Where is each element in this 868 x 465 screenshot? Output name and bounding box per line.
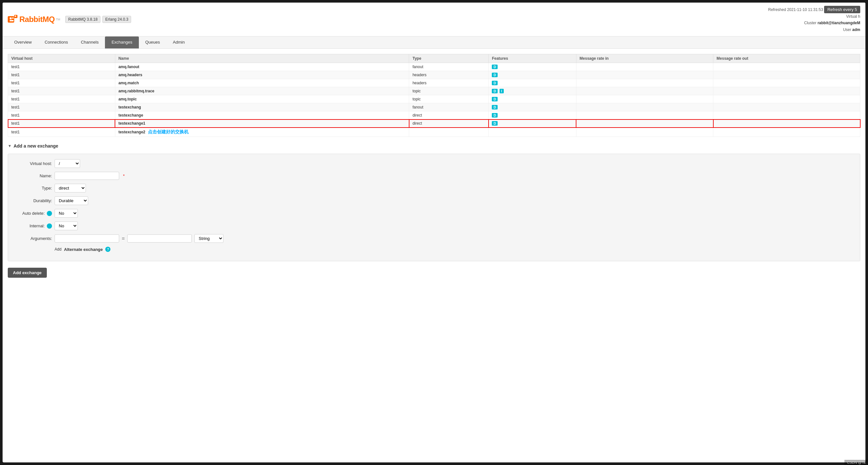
table-row[interactable]: test1testexchange2点击创建好的交换机 — [8, 128, 860, 137]
name-row: Name: * — [13, 172, 855, 180]
cell-rate-out — [713, 87, 860, 95]
refresh-button[interactable]: Refresh every 5 — [824, 6, 860, 13]
footer-text: CSDN @Ta — [847, 461, 865, 464]
cell-rate-out — [713, 63, 860, 71]
cell-vhost: test1 — [8, 120, 115, 128]
refreshed-timestamp: Refreshed 2021-11-10 11:31:53 — [768, 7, 823, 12]
durability-label: Durability: — [13, 198, 52, 203]
auto-delete-help-icon[interactable]: ? — [47, 211, 52, 216]
cell-name[interactable]: testexchange2点击创建好的交换机 — [115, 128, 409, 137]
arguments-value-input[interactable] — [127, 235, 192, 243]
name-input[interactable] — [55, 172, 119, 180]
cell-features: D I — [489, 87, 576, 95]
internal-label: Internal: ? — [13, 223, 52, 228]
logo-rabbit: Rabbit — [20, 15, 42, 24]
col-rate-out: Message rate out — [713, 54, 860, 63]
add-argument-link[interactable]: Add — [55, 247, 61, 252]
cell-name[interactable]: amq.topic — [115, 95, 409, 103]
equals-sign: = — [122, 236, 125, 242]
cell-type: topic — [409, 87, 489, 95]
arguments-label: Arguments: — [13, 236, 52, 241]
cell-rate-in — [576, 103, 713, 112]
cell-name[interactable]: testexchange1 — [115, 120, 409, 128]
add-exchange-form: Virtual host: / test1 Name: * Type: dire… — [8, 154, 860, 261]
header-right: Refreshed 2021-11-10 11:31:53 Refresh ev… — [768, 6, 860, 33]
cell-vhost: test1 — [8, 87, 115, 95]
cell-name[interactable]: amq.headers — [115, 71, 409, 79]
feature-badge: D — [492, 89, 498, 93]
nav-queues[interactable]: Queues — [139, 36, 166, 49]
add-exchange-button[interactable]: Add exchange — [8, 268, 47, 278]
cell-name[interactable]: amq.match — [115, 79, 409, 87]
alternate-exchange-help-icon[interactable]: ? — [105, 247, 111, 252]
cell-vhost: test1 — [8, 112, 115, 120]
cell-rate-in — [576, 63, 713, 71]
table-row[interactable]: test1amq.topictopicD — [8, 95, 860, 103]
cell-type: headers — [409, 71, 489, 79]
feature-badge: D — [492, 121, 498, 126]
logo-mq: MQ — [42, 15, 55, 24]
section-title: Add a new exchange — [13, 144, 58, 149]
cell-name[interactable]: testexchang — [115, 103, 409, 112]
svg-rect-5 — [15, 16, 16, 17]
internal-help-icon[interactable]: ? — [47, 223, 52, 228]
table-row[interactable]: test1amq.matchheadersD — [8, 79, 860, 87]
add-exchange-section-header[interactable]: ▼ Add a new exchange — [8, 144, 860, 149]
internal-select[interactable]: No Yes — [55, 221, 78, 230]
name-label: Name: — [13, 174, 52, 178]
cell-name[interactable]: testexchange — [115, 112, 409, 120]
arguments-type-select[interactable]: String Number Boolean — [194, 234, 223, 243]
svg-rect-1 — [10, 18, 11, 20]
arguments-inputs: = String Number Boolean — [55, 234, 223, 243]
svg-rect-2 — [12, 18, 13, 19]
cell-name[interactable]: amq.fanout — [115, 63, 409, 71]
type-select[interactable]: direct fanout topic headers — [55, 184, 86, 192]
cell-name[interactable]: amq.rabbitmq.trace — [115, 87, 409, 95]
cell-rate-in — [576, 87, 713, 95]
nav-admin[interactable]: Admin — [166, 36, 191, 49]
header: RabbitMQ TM RabbitMQ 3.8.18 Erlang 24.0.… — [3, 3, 865, 36]
table-row[interactable]: test1testexchangfanoutD — [8, 103, 860, 112]
table-row[interactable]: test1testexchangedirectD — [8, 112, 860, 120]
svg-rect-3 — [10, 20, 13, 21]
refresh-info: Refreshed 2021-11-10 11:31:53 Refresh ev… — [768, 6, 860, 13]
arguments-key-input[interactable] — [55, 235, 119, 243]
rabbitmq-logo-icon — [8, 15, 18, 24]
cell-rate-in — [576, 112, 713, 120]
nav-exchanges[interactable]: Exchanges — [105, 36, 138, 49]
nav-overview[interactable]: Overview — [8, 36, 38, 49]
section-chevron-icon: ▼ — [8, 144, 11, 148]
alternate-exchange-label: Alternate exchange — [64, 247, 103, 252]
cell-features: D — [489, 95, 576, 103]
feature-badge: D — [492, 81, 498, 85]
cell-features: D — [489, 120, 576, 128]
annotation-text: 点击创建好的交换机 — [148, 129, 189, 134]
cell-features: D — [489, 71, 576, 79]
feature-badge: D — [492, 105, 498, 110]
feature-badge: D — [492, 113, 498, 118]
nav-channels[interactable]: Channels — [74, 36, 105, 49]
cell-type: topic — [409, 95, 489, 103]
nav-connections[interactable]: Connections — [38, 36, 74, 49]
col-vhost: Virtual host — [8, 54, 115, 63]
cell-rate-out — [713, 112, 860, 120]
auto-delete-select[interactable]: No Yes — [55, 209, 78, 218]
cell-features: D — [489, 112, 576, 120]
cell-rate-in — [576, 71, 713, 79]
internal-row: Internal: ? No Yes — [13, 221, 855, 230]
durability-select[interactable]: Durable Transient — [55, 196, 88, 205]
table-row[interactable]: test1amq.fanoutfanoutD — [8, 63, 860, 71]
feature-badge: D — [492, 97, 498, 101]
feature-badge: D — [492, 65, 498, 69]
cluster-label: Cluster — [804, 21, 816, 25]
cell-vhost: test1 — [8, 63, 115, 71]
footer: CSDN @Ta — [844, 460, 868, 465]
virtual-host-select[interactable]: / test1 — [55, 159, 80, 168]
cell-rate-in — [576, 79, 713, 87]
alternate-exchange-row: Add Alternate exchange ? — [13, 247, 855, 252]
col-name: Name — [115, 54, 409, 63]
table-row[interactable]: test1amq.rabbitmq.tracetopicD I — [8, 87, 860, 95]
cell-features: D — [489, 79, 576, 87]
table-row[interactable]: test1testexchange1directD — [8, 120, 860, 128]
table-row[interactable]: test1amq.headersheadersD — [8, 71, 860, 79]
